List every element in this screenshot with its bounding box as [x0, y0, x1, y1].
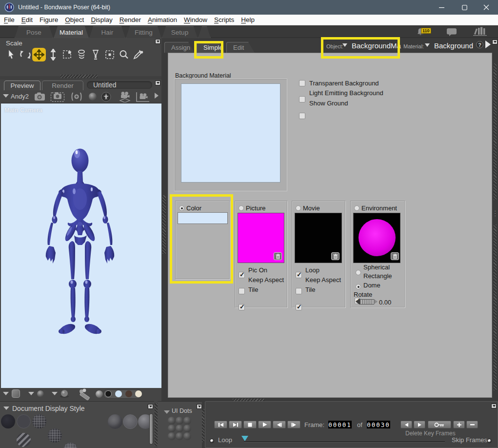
camera-main-icon[interactable] — [117, 91, 133, 104]
environment-delete-icon[interactable] — [391, 252, 399, 260]
camera-face-icon[interactable] — [34, 92, 46, 103]
menu-help[interactable]: Help — [238, 16, 258, 23]
style-hiddenline-icon[interactable] — [48, 428, 62, 443]
rotate-dial[interactable] — [353, 299, 380, 305]
style-wireframe-icon[interactable] — [32, 414, 46, 428]
background-color-swatch[interactable] — [181, 83, 280, 183]
movie-keep-aspect-checkbox[interactable] — [296, 288, 302, 294]
palette-drag-handle[interactable] — [60, 75, 98, 78]
style-cartoon-icon[interactable] — [17, 433, 31, 447]
step-back-button[interactable] — [273, 421, 286, 428]
shadow-ball-icon[interactable] — [37, 390, 44, 397]
display-style-collapse-icon[interactable] — [3, 407, 9, 413]
rotate-dial-left-icon[interactable] — [353, 299, 359, 305]
material-selector-value[interactable]: Background — [434, 41, 473, 50]
last-frame-button[interactable] — [229, 421, 242, 428]
ui-dot-2[interactable] — [176, 417, 183, 425]
tool-zoom-icon[interactable] — [117, 47, 131, 62]
viewport-3d[interactable]: Main Camera — [1, 103, 161, 388]
display-style-scrollbar[interactable] — [149, 413, 153, 445]
frame-total-field[interactable]: 00030 — [367, 421, 390, 428]
material-tab-simple[interactable]: Simple — [197, 42, 225, 53]
left-gutter-drag-handle[interactable] — [162, 195, 166, 254]
ui-dot-3[interactable] — [183, 417, 191, 425]
material-dropdown-icon[interactable] — [425, 43, 430, 49]
rotate-dial-stripes[interactable] — [359, 299, 374, 305]
spherical-radio[interactable] — [356, 270, 361, 275]
menu-display[interactable]: Display — [87, 16, 116, 23]
menu-scripts[interactable]: Scripts — [211, 16, 238, 23]
edit-keyframes-button[interactable] — [428, 421, 451, 428]
tool-translate-y-icon[interactable] — [46, 47, 60, 62]
camera-aperture-icon[interactable] — [71, 92, 82, 103]
picture-radio[interactable] — [239, 205, 244, 211]
menu-object[interactable]: Object — [61, 16, 87, 23]
stop-button[interactable] — [243, 421, 257, 428]
material-tab-edit[interactable]: Edit — [226, 42, 255, 53]
timeline-groove[interactable] — [244, 441, 445, 442]
style-flat-icon[interactable] — [108, 414, 122, 429]
menu-render[interactable]: Render — [116, 16, 144, 23]
delete-keyframe-button[interactable] — [466, 421, 478, 428]
menu-window[interactable]: Window — [180, 16, 211, 23]
menu-file[interactable]: File — [0, 16, 18, 23]
ui-dots-collapse-icon[interactable] — [164, 410, 170, 417]
pill-ground-color[interactable] — [135, 390, 142, 397]
menu-figure[interactable]: Figure — [36, 16, 61, 23]
skip-frames-indicator[interactable] — [487, 439, 492, 443]
pic-on-checkbox[interactable] — [239, 272, 245, 278]
ui-dot-9[interactable] — [183, 432, 191, 440]
figure-name[interactable]: Andy2 — [11, 93, 29, 100]
room-tab-material[interactable]: Material — [54, 26, 89, 38]
menu-edit[interactable]: Edit — [18, 16, 36, 23]
display-style-menu-icon[interactable] — [148, 404, 153, 409]
color-radio[interactable] — [179, 205, 184, 211]
rotate-value[interactable]: 0.00 — [379, 299, 391, 306]
ui-dot-7[interactable] — [168, 432, 176, 440]
ui-dot-5[interactable] — [176, 425, 183, 432]
ui-dots-menu-icon[interactable] — [197, 404, 202, 409]
material-panel-menu-icon[interactable] — [492, 40, 498, 44]
ui-dot-8[interactable] — [176, 432, 183, 440]
tool-eyedropper-icon[interactable] — [131, 47, 145, 62]
figure-andy[interactable] — [1, 103, 161, 388]
minimize-button[interactable] — [431, 0, 452, 15]
menu-animation[interactable]: Animation — [144, 16, 180, 23]
camera-figure-globe-icon[interactable] — [101, 92, 111, 104]
style-silhouette-icon[interactable] — [1, 414, 15, 428]
picture-delete-icon[interactable] — [274, 252, 282, 260]
pill-background-color[interactable] — [115, 390, 122, 397]
close-button[interactable] — [476, 0, 497, 15]
show-ground-checkbox[interactable] — [299, 113, 305, 119]
play-button[interactable] — [258, 421, 271, 428]
color-swatch[interactable] — [178, 212, 228, 224]
room-tab-setup[interactable]: Setup — [162, 26, 198, 38]
ui-dots-resize-handle[interactable] — [202, 409, 204, 442]
room-tab-hair[interactable]: Hair — [89, 26, 125, 38]
depthcue-ball-icon[interactable] — [60, 389, 69, 400]
maximize-button[interactable] — [454, 0, 475, 15]
environment-radio[interactable] — [354, 205, 359, 211]
depthcue-dropdown-icon[interactable] — [52, 392, 58, 398]
room-tab-pose[interactable]: Pose — [15, 26, 53, 38]
movie-tile-checkbox[interactable] — [296, 304, 302, 310]
picture-keep-aspect-checkbox[interactable] — [239, 288, 245, 294]
tool-pointer-icon[interactable] — [4, 47, 18, 62]
tracking-dropdown-icon[interactable] — [3, 392, 9, 398]
style-smoothlined-icon[interactable] — [123, 414, 138, 429]
camera-bar-next-icon[interactable] — [155, 93, 161, 99]
light-emitting-checkbox[interactable] — [299, 96, 305, 102]
document-name-field[interactable]: Untitled — [87, 81, 152, 89]
add-keyframe-button[interactable] — [453, 421, 465, 428]
style-outline-icon[interactable] — [17, 414, 31, 428]
prev-key-button[interactable] — [400, 421, 412, 428]
camera-key-icon[interactable] — [136, 91, 150, 104]
material-tab-assign[interactable]: Assign — [164, 42, 195, 53]
tab-preview[interactable]: Preview — [4, 81, 40, 90]
picture-tile-checkbox[interactable] — [239, 304, 245, 310]
ui-dot-6[interactable] — [183, 425, 191, 432]
material-ball-icon[interactable] — [96, 390, 103, 398]
loop-checkbox[interactable] — [296, 272, 302, 278]
tool-taper-icon[interactable] — [74, 47, 88, 62]
room-tab-fitting[interactable]: Fitting — [126, 26, 161, 38]
